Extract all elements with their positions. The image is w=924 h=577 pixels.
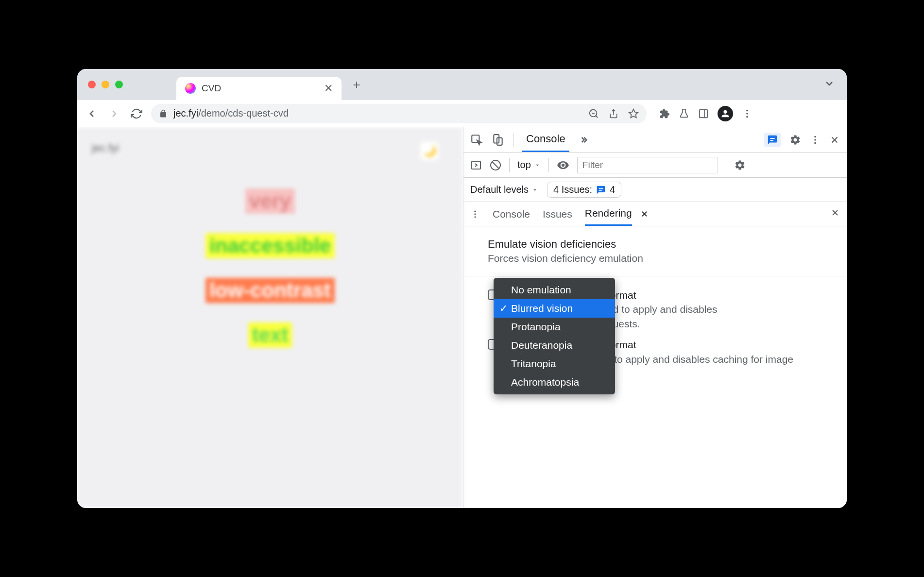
svg-point-16: [814, 139, 816, 141]
theme-toggle[interactable]: 🌙: [420, 142, 439, 160]
eye-icon[interactable]: [557, 159, 569, 171]
menu-icon[interactable]: [742, 108, 753, 119]
more-tabs-icon[interactable]: [578, 135, 588, 145]
device-toggle-icon[interactable]: [492, 134, 504, 146]
issues-pill[interactable]: 4 Issues: 4: [547, 182, 621, 198]
window-controls: [88, 81, 123, 88]
page-site-title: jec.fyi: [92, 142, 448, 154]
chevron-down-icon: [534, 162, 541, 169]
maximize-window-button[interactable]: [115, 81, 123, 88]
devtools-panel: Console top: [463, 127, 847, 508]
favicon-icon: [185, 83, 196, 94]
page-viewport: jec.fyi 🌙 very inaccessible low-contrast…: [77, 127, 463, 508]
star-icon[interactable]: [628, 108, 639, 119]
dropdown-option[interactable]: ✓ Blurred vision: [494, 299, 615, 318]
settings-icon[interactable]: [789, 134, 801, 146]
back-button[interactable]: [84, 106, 100, 121]
inspect-icon[interactable]: [470, 134, 483, 146]
profile-avatar[interactable]: [718, 106, 733, 121]
drawer-tab-console[interactable]: Console: [493, 202, 530, 226]
labs-icon[interactable]: [679, 108, 689, 119]
rendering-panel: Emulate vision deficiencies Forces visio…: [463, 226, 847, 508]
console-settings-icon[interactable]: [734, 159, 746, 171]
filter-input[interactable]: [577, 157, 718, 173]
address-bar[interactable]: jec.fyi/demo/cds-quest-cvd: [151, 104, 647, 123]
demo-word: low-contrast: [205, 278, 335, 303]
demo-word: inaccessible: [205, 233, 335, 258]
svg-line-22: [492, 162, 499, 169]
reload-button[interactable]: [129, 106, 144, 121]
svg-point-27: [474, 210, 476, 212]
drawer-menu-icon[interactable]: [470, 209, 480, 219]
url-text: jec.fyi/demo/cds-quest-cvd: [173, 108, 289, 119]
demo-word: text: [248, 322, 292, 348]
close-drawer-tab-icon[interactable]: ✕: [641, 209, 648, 220]
svg-line-1: [596, 116, 598, 118]
devtools-top-bar: Console: [463, 127, 847, 153]
sidebar-toggle-icon[interactable]: [470, 159, 482, 171]
svg-point-15: [814, 136, 816, 137]
context-selector[interactable]: top: [517, 159, 541, 170]
log-levels-selector[interactable]: Default levels: [470, 184, 538, 195]
tab-console[interactable]: Console: [522, 127, 569, 152]
issues-badge[interactable]: [764, 133, 781, 147]
svg-rect-13: [770, 138, 774, 139]
check-icon: ✓: [499, 303, 508, 314]
lock-icon: [159, 109, 168, 118]
svg-rect-14: [770, 140, 773, 141]
close-devtools-icon[interactable]: [829, 135, 840, 145]
svg-rect-25: [599, 188, 603, 189]
chevron-down-icon: [531, 187, 538, 193]
svg-point-17: [814, 142, 816, 144]
dropdown-option[interactable]: Achromatopsia: [494, 373, 615, 391]
console-toolbar: top: [463, 153, 847, 178]
clear-console-icon[interactable]: [490, 159, 501, 171]
tab-bar: CVD ✕ +: [77, 69, 847, 100]
new-tab-button[interactable]: +: [346, 74, 367, 95]
extensions-icon[interactable]: [659, 108, 670, 119]
close-tab-button[interactable]: ✕: [324, 82, 333, 95]
svg-point-29: [474, 216, 476, 218]
minimize-window-button[interactable]: [102, 81, 109, 88]
svg-marker-3: [629, 109, 638, 117]
section-subtitle: Forces vision deficiency emulation: [488, 253, 822, 264]
content-area: jec.fyi 🌙 very inaccessible low-contrast…: [77, 127, 847, 508]
vision-deficiency-dropdown[interactable]: No emulation ✓ Blurred vision Protanopia…: [494, 278, 615, 394]
dropdown-option[interactable]: Tritanopia: [494, 355, 615, 373]
kebab-icon[interactable]: [810, 135, 821, 145]
zoom-out-icon[interactable]: [588, 108, 599, 119]
svg-rect-26: [599, 190, 602, 191]
close-window-button[interactable]: [88, 81, 96, 88]
tab-title: CVD: [202, 83, 318, 94]
drawer-tab-rendering[interactable]: Rendering: [585, 202, 632, 226]
svg-marker-24: [533, 189, 536, 190]
close-drawer-icon[interactable]: [830, 208, 840, 218]
drawer-tab-issues[interactable]: Issues: [543, 202, 572, 226]
svg-point-8: [746, 113, 748, 115]
svg-point-7: [746, 109, 748, 111]
demo-word: very: [245, 188, 295, 214]
console-filters: Default levels 4 Issues: 4: [463, 178, 847, 202]
page-content: very inaccessible low-contrast text: [92, 188, 448, 348]
drawer-tab-bar: Console Issues Rendering ✕: [463, 202, 847, 226]
toolbar-actions: [659, 106, 753, 121]
forward-button[interactable]: [106, 106, 122, 121]
chat-icon: [596, 185, 606, 195]
dropdown-option[interactable]: Protanopia: [494, 318, 615, 336]
toolbar: jec.fyi/demo/cds-quest-cvd: [77, 100, 847, 127]
svg-rect-20: [472, 161, 480, 169]
browser-tab[interactable]: CVD ✕: [176, 77, 342, 100]
svg-marker-23: [536, 164, 539, 166]
share-icon[interactable]: [609, 109, 618, 119]
tabs-overflow-button[interactable]: [823, 78, 835, 91]
sidepanel-icon[interactable]: [698, 108, 709, 119]
browser-window: CVD ✕ + jec.fyi/demo/cds-quest-cvd: [77, 69, 847, 508]
svg-point-9: [746, 116, 748, 118]
omnibox-actions: [588, 108, 639, 119]
dropdown-option[interactable]: Deuteranopia: [494, 336, 615, 355]
svg-point-28: [474, 213, 476, 215]
section-title: Emulate vision deficiencies: [488, 238, 822, 251]
svg-rect-5: [700, 109, 708, 118]
dropdown-option[interactable]: No emulation: [494, 281, 615, 299]
